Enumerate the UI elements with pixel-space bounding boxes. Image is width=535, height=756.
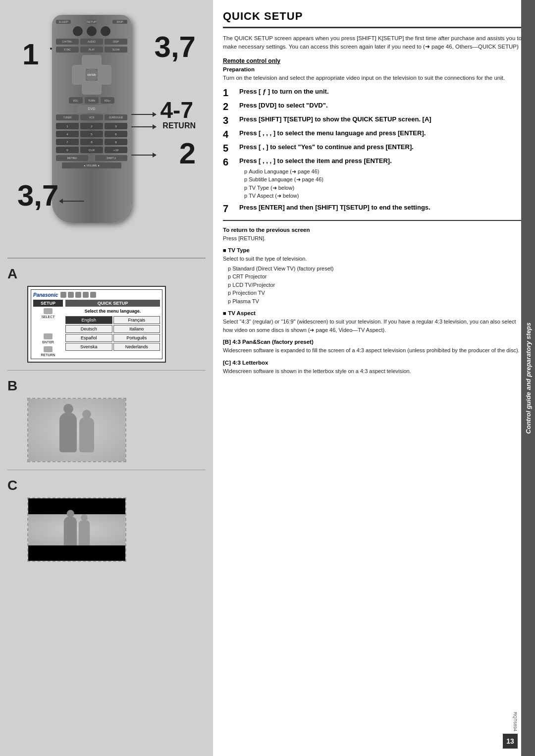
couple-silhouette-c [62,513,92,546]
setup-select-icon: SELECT [33,308,63,319]
tv-type-bullets: Standard (Direct View TV) (factory prese… [223,265,523,306]
page-title: QUICK SETUP [223,10,523,28]
sleep-btn: SLEEP [56,20,71,24]
num-7: 7 [56,139,79,145]
tv-aspect-section: ■ TV Aspect Select "4:3" (regular) or "1… [223,310,523,334]
num-5: 5 [80,131,103,137]
person-left-b [59,413,77,452]
lang-italiano[interactable]: Italiano [113,325,160,333]
c-text: Widescreen software is shown in the lett… [223,367,523,376]
step-3-text: Press [SHIFT] T[SETUP] to show the QUICK… [239,115,523,124]
tv-type-heading: ■ TV Type [223,247,523,253]
vcr-btn: VCR [80,114,103,120]
right-panel: QUICK SETUP The QUICK SETUP screen appea… [213,0,535,756]
remote-circle-1 [73,26,83,36]
num-8: 8 [80,139,103,145]
lang-svenska[interactable]: Svenska [65,343,112,351]
muting-btn: MUTING [56,155,88,161]
arrow-37-bottom [59,201,84,202]
step-4-num: 4 [223,129,235,140]
label-2: 2 [179,136,196,170]
bullet-tvtype: TV Type (➜ below) [239,184,523,192]
to-return-heading: To return to the previous screen [223,227,523,233]
setup-tab: SETUP [33,300,63,307]
step-7-num: 7 [223,203,235,214]
tuner-btn: TUNER [56,114,79,120]
shift-btn: SHIFT 2 [95,155,127,161]
intro-text: The QUICK SETUP screen appears when you … [223,34,523,52]
section-b: B [7,370,206,462]
bullet-subtitle: Subtitle Language (➜ page 46) [239,175,523,184]
section-c: C [7,470,206,562]
setup-return-icon: RETURN [33,346,63,357]
couple-image-letterbox [28,498,125,561]
c-label-section: [C] 4:3 Letterbox Widescreen software is… [223,360,523,376]
section-b-label: B [7,378,206,394]
arrow-return [131,126,156,127]
num-2: 2 [80,123,103,129]
enter-label: ENTER [42,340,54,344]
person-right-b [79,418,94,452]
tv-image-b [27,398,126,462]
setup-icon-3 [75,292,81,298]
num-6: 6 [105,131,127,137]
num-0: 0 [56,147,79,153]
setup-icon-5 [90,292,96,298]
tv-projection: Projection TV [223,289,523,297]
step-7: 7 Press [ENTER] and then [SHIFT] T[SETUP… [223,203,523,214]
enter-label: ENTER [88,73,96,76]
lang-english[interactable]: English [65,316,112,324]
skip-btn: SKIP [112,20,127,24]
enter-icon-box [44,333,53,339]
to-return-section: To return to the previous screen Press [… [223,227,523,243]
lang-deutsch[interactable]: Deutsch [65,325,112,333]
setup-enter-icon: ENTER [33,333,63,344]
lang-nederlands[interactable]: Nederlands [113,343,160,351]
turn-btn: TURN [85,97,99,104]
lang-portugues[interactable]: Português [113,334,160,342]
remote-circle-3 [101,26,110,36]
nav-left-btn [72,65,86,85]
btn-row-right: DISP [105,39,127,45]
select-label: SELECT [41,315,54,319]
remote-circle-2 [87,26,97,36]
vertical-text: Control guide and preparatory steps [525,323,532,434]
surround-btn: SURROUND [105,114,127,120]
lang-espanol[interactable]: Español [65,334,112,342]
remote-control-only-heading: Remote control only [223,57,523,64]
step-1: 1 Press [ ƒ ] to turn on the unit. [223,87,523,98]
step-5: 5 Press [ , ] to select "Yes" to continu… [223,143,523,154]
select-icon-box [44,308,53,314]
quick-setup-tab: QUICK SETUP [65,300,160,307]
tv-aspect-heading: ■ TV Aspect [223,310,523,316]
setup-btn: SETUP [87,20,97,24]
step-list: 1 Press [ ƒ ] to turn on the unit. 2 Pre… [223,87,523,214]
num-9: 9 [105,139,127,145]
section-a-label: A [7,266,206,282]
tv-standard: Standard (Direct View TV) (factory prese… [223,265,523,273]
c-heading: [C] 4:3 Letterbox [223,360,523,366]
divider-1 [223,220,523,221]
step-4: 4 Press [ , , , ] to select the menu lan… [223,129,523,140]
page-number: 13 [503,734,518,749]
num-plus10: +10 [105,147,127,153]
setup-screen-mockup: Panasonic SETUP [27,286,166,363]
lang-francais[interactable]: Français [113,316,160,324]
step-3-num: 3 [223,115,235,126]
dvd-button: DVD [77,105,107,113]
setup-icon-2 [68,292,74,298]
label-37-top: 3,7 [155,30,196,64]
tv-aspect-intro: Select "4:3" (regular) or "16:9" (widesc… [223,318,523,334]
tv-type-intro: Select to suit the type of television. [223,255,523,263]
step-6-num: 6 [223,157,235,167]
section-c-label: C [7,478,206,493]
btn2-2: PLAY [80,47,103,53]
label-47: 4-7 [160,97,193,123]
preparation-section: Preparation Turn on the television and s… [223,66,523,82]
person-left-c [64,517,77,546]
tv-type-section: ■ TV Type Select to suit the type of tel… [223,247,523,305]
b-text: Widescreen software is expanded to fill … [223,346,523,355]
section-a: A Panasonic SETUP [7,258,206,363]
setup-icon-4 [83,292,89,298]
btn-row-left: CH/TRK- [56,39,79,45]
